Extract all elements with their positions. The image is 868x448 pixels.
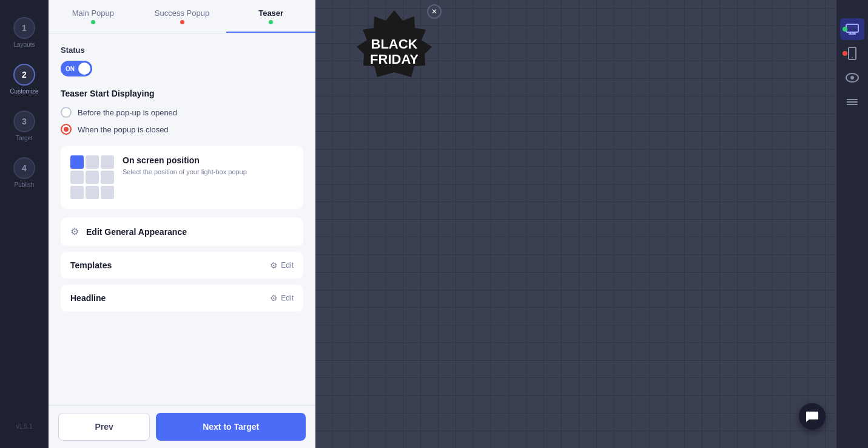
chat-bubble-button[interactable] bbox=[799, 403, 826, 430]
tab-dot-main-popup bbox=[91, 20, 95, 24]
chat-icon bbox=[806, 410, 819, 423]
toggle-thumb bbox=[78, 63, 90, 75]
eye-button[interactable] bbox=[840, 67, 864, 89]
headline-label: Headline bbox=[70, 293, 106, 303]
headline-edit-button[interactable]: ⚙ Edit bbox=[270, 293, 294, 303]
gear-icon-appearance: ⚙ bbox=[70, 226, 79, 237]
sidebar-item-target[interactable]: 3 Target bbox=[0, 106, 49, 146]
edit-appearance-label: Edit General Appearance bbox=[86, 227, 187, 237]
tabs-row: Main Popup Success Popup Teaser bbox=[49, 0, 315, 33]
prev-button[interactable]: Prev bbox=[58, 413, 150, 441]
templates-label: Templates bbox=[70, 260, 112, 270]
svg-point-6 bbox=[852, 57, 853, 58]
bottom-bar: Prev Next to Target bbox=[49, 405, 315, 448]
sidebar-item-layouts[interactable]: 1 Layouts bbox=[0, 12, 49, 53]
layers-button[interactable] bbox=[840, 91, 864, 113]
headline-card[interactable]: Headline ⚙ Edit bbox=[61, 285, 303, 311]
tab-dot-teaser bbox=[269, 20, 273, 24]
templates-edit-label: Edit bbox=[281, 261, 294, 270]
status-label: Status bbox=[61, 46, 303, 55]
pos-cell-0[interactable] bbox=[70, 155, 84, 169]
main-panel: Main Popup Success Popup Teaser Status O… bbox=[49, 0, 315, 448]
radio-label-when-closed: When the popup is closed bbox=[78, 125, 169, 134]
panel-content: Status ON Teaser Start Displaying Before… bbox=[49, 33, 315, 405]
badge-line1: Black bbox=[370, 36, 419, 52]
desktop-dot bbox=[843, 27, 847, 32]
pos-cell-7[interactable] bbox=[86, 186, 99, 199]
sidebar-item-customize[interactable]: 2 Customize bbox=[0, 59, 49, 100]
position-title: On screen position bbox=[123, 155, 247, 165]
status-toggle[interactable]: ON bbox=[61, 61, 92, 76]
tab-success-popup[interactable]: Success Popup bbox=[138, 0, 227, 33]
radio-before[interactable]: Before the pop-up is opened bbox=[61, 107, 303, 118]
tab-dot-success-popup bbox=[180, 20, 184, 24]
step-label-customize: Customize bbox=[10, 88, 38, 95]
desktop-view-button[interactable] bbox=[840, 18, 864, 40]
preview-area: Black Friday ✕ bbox=[315, 0, 868, 448]
eye-icon bbox=[846, 73, 859, 83]
templates-card[interactable]: Templates ⚙ Edit bbox=[61, 252, 303, 279]
svg-rect-1 bbox=[846, 24, 858, 32]
pos-cell-5[interactable] bbox=[101, 171, 114, 184]
badge-container: Black Friday ✕ bbox=[352, 9, 437, 94]
edit-appearance-card[interactable]: ⚙ Edit General Appearance bbox=[61, 217, 303, 246]
position-info: On screen position Select the position o… bbox=[123, 155, 247, 177]
layers-icon bbox=[846, 97, 858, 107]
step-circle-3: 3 bbox=[13, 110, 35, 132]
mobile-dot bbox=[843, 51, 847, 56]
tab-teaser[interactable]: Teaser bbox=[226, 0, 315, 33]
radio-label-before: Before the pop-up is opened bbox=[78, 108, 177, 117]
mobile-icon bbox=[848, 47, 856, 60]
mobile-view-button[interactable] bbox=[840, 42, 864, 64]
teaser-section-title: Teaser Start Displaying bbox=[61, 89, 303, 98]
step-circle-2: 2 bbox=[13, 64, 35, 86]
step-circle-1: 1 bbox=[13, 17, 35, 39]
desktop-icon bbox=[846, 24, 859, 35]
version-label: v1.5.1 bbox=[16, 423, 32, 436]
templates-edit-button[interactable]: ⚙ Edit bbox=[270, 260, 294, 270]
radio-when-closed[interactable]: When the popup is closed bbox=[61, 124, 303, 135]
pos-cell-1[interactable] bbox=[86, 155, 99, 169]
svg-point-8 bbox=[850, 76, 854, 80]
headline-edit-label: Edit bbox=[281, 294, 294, 302]
pos-cell-4[interactable] bbox=[86, 171, 99, 184]
gear-icon-headline: ⚙ bbox=[270, 293, 278, 303]
position-grid[interactable] bbox=[70, 155, 114, 199]
step-label-layouts: Layouts bbox=[13, 41, 35, 48]
badge-wrapper: Black Friday ✕ bbox=[352, 9, 437, 94]
step-label-target: Target bbox=[16, 135, 33, 141]
toggle-on-label: ON bbox=[62, 66, 75, 72]
toggle-container: ON bbox=[61, 61, 303, 76]
gear-icon-templates: ⚙ bbox=[270, 260, 278, 270]
position-description: Select the position of your light-box po… bbox=[123, 168, 247, 177]
badge-close-button[interactable]: ✕ bbox=[427, 4, 442, 19]
pos-cell-8[interactable] bbox=[101, 186, 114, 199]
left-sidebar: 1 Layouts 2 Customize 3 Target 4 Publish… bbox=[0, 0, 49, 448]
pos-cell-3[interactable] bbox=[70, 171, 84, 184]
pos-cell-2[interactable] bbox=[101, 155, 114, 169]
tab-main-popup[interactable]: Main Popup bbox=[49, 0, 138, 33]
badge-text-container: Black Friday bbox=[370, 36, 419, 67]
right-toolbar bbox=[836, 0, 868, 448]
step-label-publish: Publish bbox=[15, 182, 35, 188]
position-card: On screen position Select the position o… bbox=[61, 146, 303, 209]
radio-circle-before bbox=[61, 107, 72, 118]
step-circle-4: 4 bbox=[13, 157, 35, 179]
radio-circle-when-closed bbox=[61, 124, 72, 135]
next-to-target-button[interactable]: Next to Target bbox=[156, 413, 306, 441]
sidebar-item-publish[interactable]: 4 Publish bbox=[0, 152, 49, 193]
pos-cell-6[interactable] bbox=[70, 186, 84, 199]
badge-line2: Friday bbox=[370, 52, 419, 67]
radio-group: Before the pop-up is opened When the pop… bbox=[61, 107, 303, 135]
